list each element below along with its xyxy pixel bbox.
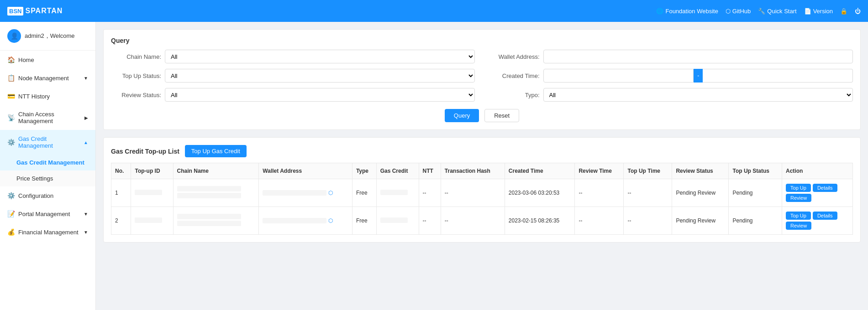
cell-ntt: -- xyxy=(419,179,441,207)
topup-status-label: Top Up Status: xyxy=(111,72,161,79)
version-label: Version xyxy=(813,8,833,15)
sidebar-item-home[interactable]: 🏠 Home xyxy=(0,51,95,69)
topup-button-2[interactable]: Top Up xyxy=(786,212,811,220)
chain-name-select[interactable]: All Spartan Chain Other Chain xyxy=(165,50,475,63)
col-topup-time: Top Up Time xyxy=(624,163,672,179)
chevron-down-icon: ▼ xyxy=(84,76,88,81)
financial-management-icon: 💰 xyxy=(7,228,15,236)
table-wrapper: No. Top-up ID Chain Name Wallet Address … xyxy=(111,163,853,235)
sidebar-item-chain-access[interactable]: 📡 Chain Access Management ▶ xyxy=(0,105,95,130)
date-start-input[interactable] xyxy=(543,69,694,83)
query-panel: Query Chain Name: All Spartan Chain Othe… xyxy=(103,29,861,130)
sidebar-user: 👤 admin2，Welcome xyxy=(0,22,95,51)
node-management-icon: 📋 xyxy=(7,74,15,82)
chain-name-row: Chain Name: All Spartan Chain Other Chai… xyxy=(111,50,475,63)
col-topup-status: Top Up Status xyxy=(729,163,782,179)
col-no: No. xyxy=(111,163,131,179)
chevron-up-icon: ▲ xyxy=(84,140,88,145)
sidebar-submenu-price-settings[interactable]: Price Settings xyxy=(0,170,95,186)
cell-review-time: -- xyxy=(575,207,624,235)
wallet-address-input[interactable] xyxy=(543,50,853,63)
sidebar-item-configuration[interactable]: ⚙️ Configuration xyxy=(0,186,95,205)
logo: BSN SPARTAN xyxy=(7,7,63,16)
sidebar-item-configuration-label: Configuration xyxy=(18,192,53,199)
cell-review-time: -- xyxy=(575,179,624,207)
sidebar-item-financial-management[interactable]: 💰 Financial Management ▼ xyxy=(0,223,95,241)
sidebar-item-chain-access-label: Chain Access Management xyxy=(18,111,81,124)
col-review-time: Review Time xyxy=(575,163,624,179)
sidebar-submenu-gas-credit-management[interactable]: Gas Credit Management xyxy=(0,155,95,170)
table-row: 2 ⬡ Free----2023-02-15 08:26:35----Pendi… xyxy=(111,207,853,235)
col-created-time: Created Time xyxy=(505,163,575,179)
list-panel: Gas Credit Top-up List Top Up Gas Credit… xyxy=(103,137,861,243)
cell-tx-hash: -- xyxy=(441,179,505,207)
col-topup-id: Top-up ID xyxy=(131,163,173,179)
col-tx-hash: Transaction Hash xyxy=(441,163,505,179)
type-label: Typo: xyxy=(489,92,540,98)
query-button[interactable]: Query xyxy=(445,109,479,122)
cell-no: 2 xyxy=(111,207,131,235)
details-button-1[interactable]: Details xyxy=(813,184,837,192)
cell-created-time: 2023-03-06 03:20:53 xyxy=(505,179,575,207)
cell-gas-credit xyxy=(376,207,419,235)
review-status-label: Review Status: xyxy=(111,92,161,98)
cell-tx-hash: -- xyxy=(441,207,505,235)
topup-status-select[interactable]: All Pending Completed Failed xyxy=(165,69,475,83)
list-header: Gas Credit Top-up List Top Up Gas Credit xyxy=(111,145,853,157)
sidebar-item-node-management[interactable]: 📋 Node Management ▼ xyxy=(0,69,95,87)
sidebar-item-financial-management-label: Financial Management xyxy=(18,229,79,236)
copy-icon[interactable]: ⬡ xyxy=(328,190,333,196)
review-status-select[interactable]: All Pending Review Approved Rejected xyxy=(165,88,475,102)
created-time-row: Created Time: - xyxy=(489,69,853,83)
type-select[interactable]: All Type A Type B xyxy=(543,88,853,102)
review-button-2[interactable]: Review xyxy=(786,222,811,230)
copy-icon[interactable]: ⬡ xyxy=(328,217,333,224)
avatar-icon: 👤 xyxy=(11,32,18,40)
date-end-input[interactable] xyxy=(703,69,853,83)
topup-status-row: Top Up Status: All Pending Completed Fai… xyxy=(111,69,475,83)
cell-topup-status: Pending xyxy=(729,207,782,235)
sidebar-item-portal-management[interactable]: 📝 Portal Management ▼ xyxy=(0,205,95,223)
foundation-website-link[interactable]: 🌐 Foundation Website xyxy=(656,8,718,15)
header: BSN SPARTAN 🌐 Foundation Website ⬡ GitHu… xyxy=(0,0,868,22)
created-time-label: Created Time: xyxy=(489,72,540,79)
quickstart-link[interactable]: 🔧 Quick Start xyxy=(758,8,796,15)
cell-topup-id xyxy=(131,207,173,235)
col-wallet-address: Wallet Address xyxy=(259,163,352,179)
cell-gas-credit xyxy=(376,179,419,207)
sidebar-item-gas-credit-label: Gas Credit Management xyxy=(18,135,80,149)
sidebar-item-ntt-history[interactable]: 💳 NTT History xyxy=(0,87,95,105)
review-button-1[interactable]: Review xyxy=(786,194,811,202)
configuration-icon: ⚙️ xyxy=(7,192,15,199)
cell-type: Free xyxy=(352,207,376,235)
sidebar: 👤 admin2，Welcome 🏠 Home 📋 Node Managemen… xyxy=(0,22,96,310)
github-icon: ⬡ xyxy=(726,8,731,15)
cell-actions: Top Up Details Review xyxy=(782,207,853,235)
avatar: 👤 xyxy=(7,29,21,43)
version-icon: 📄 xyxy=(804,8,811,15)
table-row: 1 ⬡ Free----2023-03-06 03:20:53----Pendi… xyxy=(111,179,853,207)
cell-ntt: -- xyxy=(419,207,441,235)
sidebar-item-gas-credit[interactable]: ⚙️ Gas Credit Management ▲ xyxy=(0,130,95,155)
cell-topup-time: -- xyxy=(624,179,672,207)
query-actions: Query Reset xyxy=(111,109,853,122)
cell-wallet-address: ⬡ xyxy=(259,207,352,235)
cell-type: Free xyxy=(352,179,376,207)
reset-button[interactable]: Reset xyxy=(484,109,519,122)
cell-chain-name xyxy=(173,207,259,235)
version-link[interactable]: 📄 Version xyxy=(804,8,833,15)
cell-review-status: Pending Review xyxy=(672,179,729,207)
type-row: Typo: All Type A Type B xyxy=(489,88,853,102)
logo-spartan: SPARTAN xyxy=(25,7,63,15)
col-action: Action xyxy=(782,163,853,179)
details-button-2[interactable]: Details xyxy=(813,212,837,220)
chevron-right-icon: ▶ xyxy=(84,115,88,120)
topup-gas-credit-button[interactable]: Top Up Gas Credit xyxy=(185,145,247,157)
topup-button-1[interactable]: Top Up xyxy=(786,184,811,192)
chain-name-label: Chain Name: xyxy=(111,53,161,60)
query-form: Chain Name: All Spartan Chain Other Chai… xyxy=(111,50,853,102)
sidebar-item-node-management-label: Node Management xyxy=(18,75,69,82)
sidebar-menu: 🏠 Home 📋 Node Management ▼ 💳 NTT History… xyxy=(0,51,95,241)
github-link[interactable]: ⬡ GitHub xyxy=(726,8,751,15)
sidebar-item-portal-management-label: Portal Management xyxy=(18,211,70,217)
